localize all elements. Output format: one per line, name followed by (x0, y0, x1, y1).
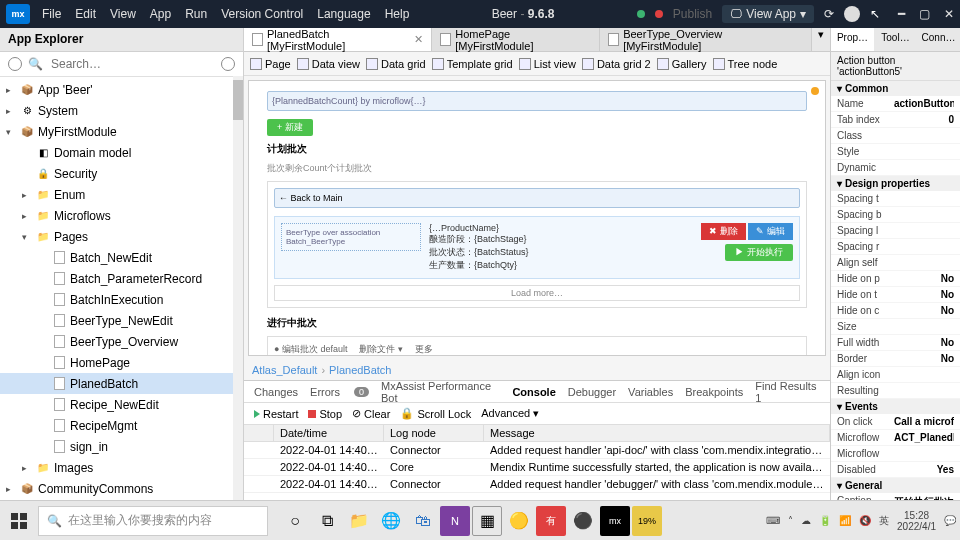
breadcrumb-current[interactable]: PlanedBatch (329, 364, 391, 376)
options-icon[interactable] (221, 57, 235, 71)
prop-group[interactable]: ▾Common (831, 81, 960, 96)
tree-item-homepage[interactable]: HomePage (0, 352, 243, 373)
prop-row[interactable]: Hide on tNo (831, 287, 960, 303)
run-button[interactable]: ▶ 开始执行 (725, 244, 793, 261)
menu-view[interactable]: View (110, 7, 136, 21)
stop-button[interactable]: Stop (308, 408, 342, 420)
tree-item-sign-in[interactable]: sign_in (0, 436, 243, 457)
tray-cloud-icon[interactable]: ☁ (801, 515, 811, 526)
menu-file[interactable]: File (42, 7, 61, 21)
log-row[interactable]: 2022-04-01 14:40:27…ConnectorAdded reque… (244, 442, 830, 459)
prop-row[interactable]: MicroflowACT_PlanedBat (831, 430, 960, 446)
widget-data-grid[interactable]: Data grid (366, 58, 426, 70)
page-canvas[interactable]: {PlannedBatchCount} by microflow{…} + 新建… (248, 80, 826, 356)
right-tab[interactable]: Tool… (874, 28, 917, 51)
edit-button[interactable]: ✎ 编辑 (748, 223, 793, 240)
doc-tab[interactable]: PlanedBatch [MyFirstModule]✕ (244, 28, 432, 51)
new-button[interactable]: + 新建 (267, 119, 313, 136)
widget-gallery[interactable]: Gallery (657, 58, 707, 70)
widget-list-view[interactable]: List view (519, 58, 576, 70)
widget-data-view[interactable]: Data view (297, 58, 360, 70)
widget-data-grid-2[interactable]: Data grid 2 (582, 58, 651, 70)
widget-template-grid[interactable]: Template grid (432, 58, 513, 70)
prop-row[interactable]: Caption开始执行批次 (831, 493, 960, 500)
prop-row[interactable]: On clickCall a microflo (831, 414, 960, 430)
tray-ime[interactable]: 英 (879, 514, 889, 528)
prop-row[interactable]: Align self (831, 255, 960, 271)
tabs-overflow-icon[interactable]: ▾ (812, 28, 830, 51)
tree-item-enum[interactable]: ▸📁Enum (0, 184, 243, 205)
col-header[interactable]: Message (484, 425, 830, 441)
tree-item-security[interactable]: 🔒Security (0, 163, 243, 184)
scrollbar[interactable] (233, 76, 243, 500)
col-header[interactable]: Log node (384, 425, 484, 441)
widget-page[interactable]: Page (250, 58, 291, 70)
prop-group[interactable]: ▾Design properties (831, 176, 960, 191)
advanced-button[interactable]: Advanced ▾ (481, 407, 539, 420)
scroll-lock-button[interactable]: 🔒 Scroll Lock (400, 407, 471, 420)
prop-row[interactable]: Spacing t (831, 191, 960, 207)
log-row[interactable]: 2022-04-01 14:40:27…ConnectorAdded reque… (244, 476, 830, 493)
prop-row[interactable]: Size (831, 319, 960, 335)
restart-button[interactable]: Restart (254, 408, 298, 420)
app2-icon[interactable]: 有 (536, 506, 566, 536)
tree-item-images[interactable]: ▸📁Images (0, 457, 243, 478)
avatar[interactable] (844, 6, 860, 22)
menu-language[interactable]: Language (317, 7, 370, 21)
bottom-tab-changes[interactable]: Changes (254, 386, 298, 398)
menu-app[interactable]: App (150, 7, 171, 21)
bottom-tab-variables[interactable]: Variables (628, 386, 673, 398)
mendix-icon[interactable]: mx (600, 506, 630, 536)
prop-row[interactable]: Hide on cNo (831, 303, 960, 319)
bottom-tab-debugger[interactable]: Debugger (568, 386, 616, 398)
tree-item-recipemgmt[interactable]: RecipeMgmt (0, 415, 243, 436)
prop-row[interactable]: Full widthNo (831, 335, 960, 351)
prop-row[interactable]: DisabledYes (831, 462, 960, 478)
col-header[interactable] (244, 425, 274, 441)
prop-row[interactable]: Dynamic (831, 160, 960, 176)
publish-button[interactable]: Publish (673, 7, 712, 21)
prop-row[interactable]: Align icon (831, 367, 960, 383)
tree-item-planedbatch[interactable]: PlanedBatch (0, 373, 243, 394)
prop-row[interactable]: Spacing l (831, 223, 960, 239)
load-more[interactable]: Load more… (274, 285, 800, 301)
menu-version-control[interactable]: Version Control (221, 7, 303, 21)
tray-up-icon[interactable]: ˄ (788, 515, 793, 526)
prop-row[interactable]: Spacing b (831, 207, 960, 223)
taskbar-clock[interactable]: 15:28 2022/4/1 (897, 510, 936, 532)
start-button[interactable] (4, 506, 34, 536)
close-icon[interactable]: ✕ (944, 7, 954, 21)
minimize-icon[interactable]: ━ (898, 7, 905, 21)
close-icon[interactable]: ✕ (414, 33, 423, 46)
edge-icon[interactable]: 🌐 (376, 506, 406, 536)
tree-item-myfirstmodule[interactable]: ▾📦MyFirstModule (0, 121, 243, 142)
batch-card[interactable]: BeerType over association Batch_BeerType… (274, 216, 800, 279)
bottom-tab-console[interactable]: Console (512, 386, 555, 398)
prop-group[interactable]: ▾Events (831, 399, 960, 414)
tree-item-app-beer-[interactable]: ▸📦App 'Beer' (0, 79, 243, 100)
tray-battery-icon[interactable]: 🔋 (819, 515, 831, 526)
prop-row[interactable]: Class (831, 128, 960, 144)
tray-vol-icon[interactable]: 🔇 (859, 515, 871, 526)
breadcrumb-root[interactable]: Atlas_Default (252, 364, 317, 376)
tree-item-domain-model[interactable]: ◧Domain model (0, 142, 243, 163)
doc-tab[interactable]: BeerType_Overview [MyFirstModule] (600, 28, 812, 51)
menu-help[interactable]: Help (385, 7, 410, 21)
doc-tab[interactable]: HomePage [MyFirstModule] (432, 28, 600, 51)
bottom-tab-find-results-1[interactable]: Find Results 1 (755, 380, 820, 404)
app3-icon[interactable]: ⚫ (568, 506, 598, 536)
tray-net-icon[interactable]: 📶 (839, 515, 851, 526)
bottom-tab-errors[interactable]: Errors (310, 386, 340, 398)
cortana-icon[interactable]: ○ (280, 506, 310, 536)
menu-run[interactable]: Run (185, 7, 207, 21)
prop-row[interactable]: NameactionButton5 (831, 96, 960, 112)
log-row[interactable]: 2022-04-01 14:40:27…CoreMendix Runtime s… (244, 459, 830, 476)
app1-icon[interactable]: ▦ (472, 506, 502, 536)
back-link[interactable]: ← Back to Main (274, 188, 800, 208)
menu-edit[interactable]: Edit (75, 7, 96, 21)
prop-row[interactable]: Style (831, 144, 960, 160)
tree-item-batchinexecution[interactable]: BatchInExecution (0, 289, 243, 310)
tree-item-recipe-newedit[interactable]: Recipe_NewEdit (0, 394, 243, 415)
tray-keyboard-icon[interactable]: ⌨ (766, 515, 780, 526)
prop-row[interactable]: Tab index0 (831, 112, 960, 128)
